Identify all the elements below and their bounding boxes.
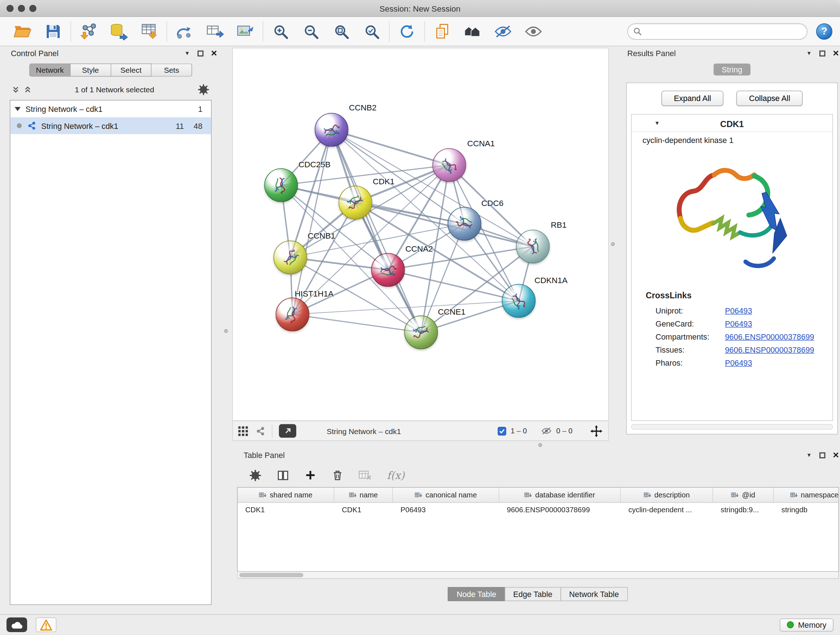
left-splitter-handle[interactable] (224, 329, 228, 333)
string-tab-badge[interactable]: String (714, 64, 751, 76)
cloud-services-button[interactable] (6, 618, 27, 632)
network-collection-row[interactable]: String Network – cdk1 1 (11, 101, 211, 118)
table-settings-gear-icon[interactable] (249, 469, 262, 481)
hidden-eye-slash-icon[interactable] (541, 427, 552, 435)
network-node-ccne1[interactable] (404, 316, 438, 349)
float-panel-icon[interactable]: ▼ (806, 51, 812, 56)
zoom-window-button[interactable] (29, 5, 36, 12)
import-table-button[interactable] (139, 21, 159, 42)
network-node-cdc6[interactable] (448, 207, 482, 241)
network-node-ccna2[interactable] (371, 253, 405, 287)
save-session-button[interactable] (43, 21, 64, 42)
network-node-ccna1[interactable] (433, 149, 466, 182)
gene-description: cyclin-dependent kinase 1 (632, 132, 832, 145)
table-panel-title: Table Panel (244, 451, 285, 459)
export-image-button[interactable] (235, 21, 256, 42)
tab-edge-table[interactable]: Edge Table (504, 587, 561, 601)
tab-select[interactable]: Select (111, 64, 152, 77)
tree-expand-caret-icon[interactable] (15, 106, 21, 111)
column-header[interactable]: name (334, 488, 393, 502)
delete-column-trash-icon[interactable] (332, 469, 344, 481)
network-canvas[interactable]: CCNB2CCNA1CDC25BCDK1CDC6RB1CCNB1CCNA2CDK… (232, 48, 609, 421)
tab-network-table[interactable]: Network Table (561, 587, 627, 601)
share-network-icon[interactable] (256, 426, 265, 436)
tab-style[interactable]: Style (71, 64, 111, 77)
add-column-plus-icon[interactable] (305, 469, 317, 481)
hide-show-panels-button[interactable] (493, 21, 513, 42)
network-node-ccnb1[interactable] (273, 241, 307, 274)
column-header[interactable]: namespace (774, 488, 839, 502)
column-header[interactable]: @id (713, 488, 774, 502)
column-header[interactable]: canonical name (393, 488, 499, 502)
maximize-panel-icon[interactable] (197, 50, 204, 57)
horizontal-splitter-handle[interactable] (538, 443, 542, 447)
function-builder-icon[interactable]: f(x) (387, 469, 405, 481)
tab-sets[interactable]: Sets (152, 64, 192, 77)
close-window-button[interactable] (6, 5, 14, 12)
collapse-all-icon[interactable] (12, 86, 19, 93)
search-field[interactable] (627, 23, 807, 40)
collapse-gene-caret-icon[interactable]: ▼ (654, 120, 660, 126)
import-network-database-button[interactable] (109, 21, 129, 42)
pan-move-icon[interactable] (590, 424, 603, 437)
crosslink-link[interactable]: P06493 (725, 319, 752, 328)
float-panel-icon[interactable]: ▼ (806, 453, 812, 458)
open-session-button[interactable] (13, 21, 33, 42)
copy-document-button[interactable] (432, 21, 453, 42)
float-panel-icon[interactable]: ▼ (185, 51, 190, 56)
zoom-in-button[interactable] (270, 21, 291, 42)
network-node-cdk1[interactable] (339, 186, 372, 219)
column-header[interactable]: shared name (238, 488, 334, 502)
minimize-window-button[interactable] (18, 5, 25, 12)
birds-eye-view-icon[interactable] (238, 426, 248, 436)
zoom-selected-button[interactable] (362, 21, 382, 42)
close-panel-icon[interactable]: × (833, 49, 839, 57)
crosslink-link[interactable]: P06493 (725, 306, 752, 315)
table-row[interactable]: CDK1CDK1P064939606.ENSP00000378699cyclin… (238, 503, 838, 517)
zoom-out-button[interactable] (301, 21, 321, 42)
search-icon (633, 27, 642, 35)
warnings-button[interactable] (36, 618, 57, 632)
clone-network-button[interactable] (205, 21, 225, 42)
expand-all-button[interactable]: Expand All (661, 91, 723, 106)
refresh-icon (399, 23, 415, 40)
close-panel-icon[interactable]: × (833, 451, 839, 459)
maximize-panel-icon[interactable] (819, 50, 826, 57)
titlebar[interactable]: Session: New Session (0, 0, 840, 17)
help-button[interactable]: ? (816, 23, 832, 40)
eye-icon (524, 24, 543, 38)
network-node-rb1[interactable] (516, 230, 550, 264)
table-horizontal-scrollbar[interactable] (237, 572, 839, 579)
crosslink-link[interactable]: 9606.ENSP00000378699 (725, 345, 814, 354)
refresh-button[interactable] (397, 21, 417, 42)
selected-checkbox-icon[interactable] (497, 426, 506, 435)
tab-node-table[interactable]: Node Table (448, 587, 505, 601)
home-views-button[interactable] (462, 21, 483, 42)
collapse-all-button[interactable]: Collapse All (737, 91, 803, 106)
network-node-cdkn1a[interactable] (502, 284, 536, 318)
right-splitter-handle[interactable] (611, 242, 615, 246)
scrollbar-thumb[interactable] (240, 573, 303, 578)
network-row[interactable]: String Network – cdk1 11 48 (11, 117, 211, 134)
new-network-button[interactable] (174, 21, 195, 42)
maximize-panel-icon[interactable] (819, 452, 826, 458)
memory-button[interactable]: Memory (780, 618, 834, 631)
gear-icon[interactable] (197, 84, 210, 96)
expand-all-icon[interactable] (24, 86, 32, 93)
close-panel-icon[interactable]: × (211, 49, 217, 57)
network-node-ccnb2[interactable] (315, 113, 348, 147)
import-network-file-button[interactable] (78, 21, 99, 42)
column-header[interactable]: description (621, 488, 713, 502)
crosslink-link[interactable]: 9606.ENSP00000378699 (725, 333, 814, 341)
zoom-fit-button[interactable] (331, 21, 352, 42)
show-graphics-button[interactable] (523, 21, 544, 42)
column-header[interactable]: database identifier (499, 488, 621, 502)
network-node-cdc25b[interactable] (264, 168, 298, 202)
tab-network[interactable]: Network (29, 64, 71, 77)
network-node-hist1h1a[interactable] (276, 298, 309, 331)
results-scrollbar[interactable] (631, 424, 833, 430)
crosslink-link[interactable]: P06493 (725, 358, 752, 367)
open-in-browser-button[interactable] (279, 424, 296, 438)
show-columns-icon[interactable] (277, 469, 289, 481)
search-input[interactable] (642, 27, 802, 35)
